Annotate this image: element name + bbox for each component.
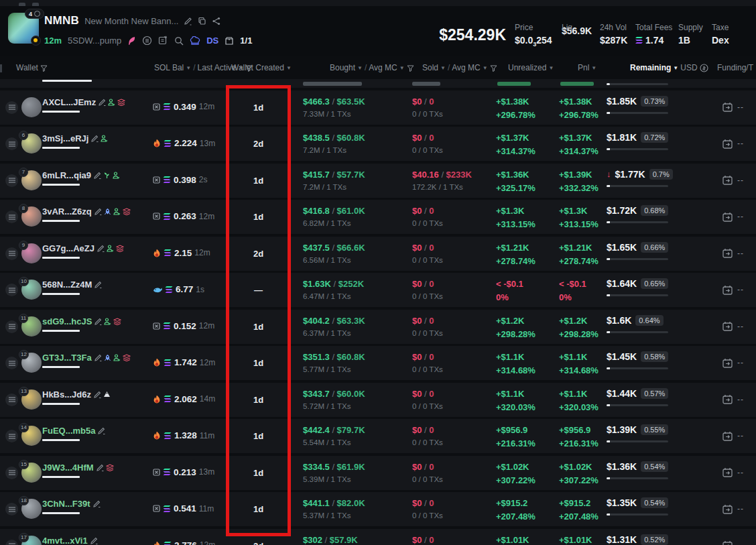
col-remaining[interactable]: Remaining▼ USD [630, 63, 708, 72]
pump-icon [31, 36, 41, 46]
row-menu-button[interactable] [5, 503, 18, 516]
table-row: 9 GG7g...AeZJ 2.15 12m 2d $437.5 / $66.6… [0, 237, 756, 271]
wallet-address[interactable]: HkBs...Jd6z [42, 389, 91, 400]
currency-toggle-icon[interactable] [700, 64, 708, 72]
row-menu-button[interactable] [5, 430, 18, 442]
col-pnl[interactable]: Pnl▼ [578, 63, 596, 72]
wallet-rank-badge: 15 [19, 460, 29, 469]
transfer-button[interactable] [720, 320, 734, 333]
wallet-avatar[interactable]: 8 [21, 206, 42, 227]
row-menu-button[interactable] [5, 101, 18, 114]
col-wallet[interactable]: Wallet [16, 63, 48, 72]
solana-icon [163, 103, 171, 110]
row-menu-button[interactable] [5, 174, 18, 187]
feather-icon[interactable] [127, 36, 136, 46]
row-menu-button[interactable] [5, 247, 18, 260]
wallet-address[interactable]: 4mvt...xVi1 [42, 536, 88, 545]
transfer-button[interactable] [720, 466, 734, 479]
pencil-icon [94, 318, 102, 325]
col-bought[interactable]: Bought▼ / Avg MC▼ [330, 63, 414, 72]
wallet-avatar[interactable]: 14 [21, 426, 42, 446]
wallet-address[interactable]: GT3J...T3Fa [42, 353, 92, 363]
share-icon[interactable] [212, 17, 221, 25]
rocket-icon [104, 354, 111, 361]
wallet-avatar[interactable]: 9 [21, 243, 42, 263]
bought-avg-mc: $66.6K [337, 243, 365, 253]
bundle-icon [225, 36, 234, 46]
wallet-avatar[interactable]: 6 [21, 133, 42, 154]
note-icon[interactable] [158, 36, 168, 46]
list-circle-icon[interactable] [142, 36, 152, 46]
edit-icon[interactable] [184, 17, 192, 25]
wallet-address[interactable]: sdG9...hcJS [42, 316, 92, 326]
table-row: 8 3vAR...Z6zq 0.263 12m 1d $416.8 / $61.… [0, 200, 756, 234]
wallet-address[interactable]: 3mSj...eRJj [42, 133, 88, 143]
transfer-button[interactable] [720, 101, 734, 114]
row-menu-button[interactable] [5, 137, 18, 150]
wallet-address[interactable]: J9W3...4HfM [42, 463, 94, 473]
wallet-address[interactable]: 3ChN...F39t [42, 499, 90, 509]
wallet-avatar[interactable]: 13 [21, 389, 42, 410]
funding-value: -- [737, 176, 744, 185]
transfer-button[interactable] [720, 283, 734, 296]
transfer-button[interactable] [720, 429, 734, 442]
person-icon [113, 208, 121, 215]
wallet-address[interactable]: 6mLR...qia9 [42, 170, 91, 180]
wallet-address[interactable]: 3vAR...Z6zq [42, 206, 92, 217]
filter-icon[interactable] [490, 64, 497, 72]
col-funding[interactable]: Funding/T [717, 63, 753, 72]
remaining-progress-bar [607, 513, 668, 516]
chef-hat-icon[interactable] [190, 36, 200, 46]
transfer-button[interactable] [720, 247, 734, 260]
pnl-cell: +$1.1K +320.03% [559, 389, 598, 412]
row-menu-button[interactable] [5, 210, 18, 223]
row-menu-button[interactable] [5, 540, 18, 545]
wallet-avatar[interactable]: 18 [21, 499, 42, 519]
wallet-avatar[interactable]: 7 [21, 170, 42, 190]
token-avatar[interactable]: 4 [8, 13, 39, 44]
wallet-avatar[interactable]: 12 [21, 353, 42, 373]
filter-icon[interactable] [407, 64, 414, 72]
row-menu-button[interactable] [5, 393, 18, 406]
person-icon [101, 135, 108, 142]
wallet-avatar[interactable]: 17 [21, 536, 42, 545]
wallet-address[interactable]: 568N...Zz4M [42, 280, 92, 290]
row-menu-button[interactable] [5, 357, 18, 369]
col-wallet-created[interactable]: Wallet Created▼ [231, 63, 292, 72]
row-menu-button[interactable] [5, 467, 18, 479]
col-unrealized[interactable]: Unrealized▼ [508, 63, 554, 72]
wallet-avatar[interactable]: 10 [21, 280, 42, 300]
wallet-address[interactable]: GG7g...AeZJ [42, 243, 94, 253]
wallet-address[interactable]: AXCL...JEmz [42, 97, 96, 107]
pnl-usd: +$1.38K [559, 97, 598, 107]
wallet-address[interactable]: FuEQ...mb5a [42, 426, 95, 436]
sol-balance: 2.15 [174, 248, 192, 258]
token-address[interactable]: 5SDW...pump [68, 36, 121, 46]
transfer-button[interactable] [720, 137, 734, 150]
sol-balance-cell: 0.541 11m [153, 503, 214, 513]
row-menu-button[interactable] [5, 320, 18, 333]
transfer-button[interactable] [720, 210, 734, 223]
stat-supply: Supply 1B [678, 23, 703, 46]
transfer-button[interactable] [720, 356, 734, 369]
row-menu-button[interactable] [5, 284, 18, 296]
search-icon[interactable] [174, 36, 184, 46]
transfer-button[interactable] [720, 174, 734, 187]
wallet-avatar[interactable] [21, 97, 42, 117]
wallet-avatar[interactable]: 15 [21, 463, 42, 483]
wallet-avatar[interactable]: 11 [21, 316, 42, 337]
dexscreener-label[interactable]: DS [206, 36, 218, 46]
transfer-button[interactable] [720, 502, 734, 516]
filter-icon[interactable] [40, 64, 48, 72]
unrealized-cell: +$1.1K +314.68% [496, 352, 536, 375]
transfer-button[interactable] [720, 393, 734, 406]
transfer-button[interactable] [720, 539, 734, 545]
table-row: 6 3mSj...eRJj 2.224 13m 2d $438.5 / $60.… [0, 127, 756, 161]
funding-value: -- [737, 358, 744, 367]
sol-balance: 0.541 [174, 503, 196, 513]
bundle-count: 1/1 [240, 36, 252, 46]
remaining-pct-badge: 0.58% [641, 351, 668, 362]
col-sold[interactable]: Sold▼ / Avg MC▼ [422, 63, 497, 72]
copy-icon[interactable] [198, 17, 206, 25]
sold-cell: $40.16 / $233K 172.2K / 1 TXs [412, 170, 472, 191]
